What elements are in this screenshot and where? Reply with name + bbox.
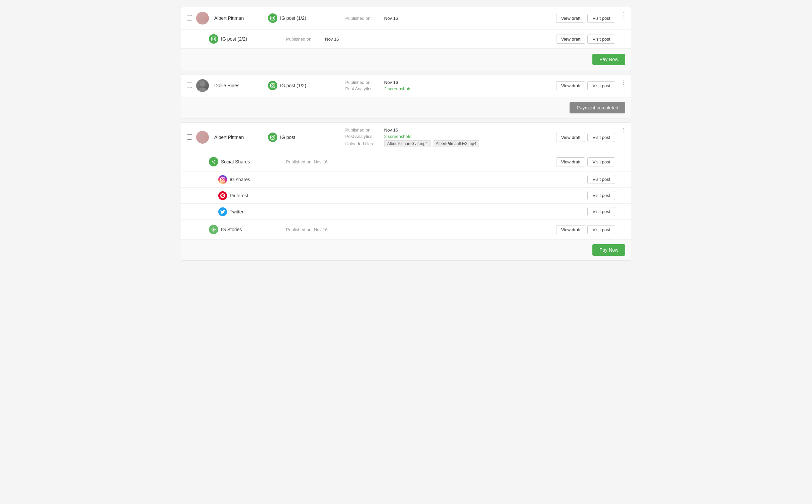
actions-col-pinterest: Visit post bbox=[587, 191, 615, 200]
user-name-albert-2: Albert Pittman bbox=[214, 135, 268, 140]
post-type-col-shares: Social Shares bbox=[209, 157, 283, 166]
meta-date-2: Nov 16 bbox=[325, 37, 339, 42]
file-tag-1[interactable]: AlbertPitmanIGv2.mp4 bbox=[384, 140, 431, 147]
post-type-col-dollie: IG post (1/2) bbox=[268, 81, 342, 90]
row-ig-post-1-2: Albert Pittman IG post (1/2) Published o… bbox=[181, 7, 631, 30]
more-options-icon-1[interactable]: ⋮ bbox=[621, 12, 627, 18]
post-label-2: IG post (2/2) bbox=[221, 36, 247, 42]
ig-post-icon-dollie bbox=[268, 81, 277, 90]
meta-col-shares: Published on: Nov 16 bbox=[283, 159, 556, 164]
post-label-1: IG post (1/2) bbox=[280, 15, 306, 21]
meta-files-albert-2: Uploaded files: AlbertPitmanIGv2.mp4 Alb… bbox=[345, 140, 556, 147]
svg-point-5 bbox=[198, 139, 207, 144]
more-options-icon-dollie[interactable]: ⋮ bbox=[621, 79, 627, 85]
visit-post-btn-ig-shares[interactable]: Visit post bbox=[587, 175, 615, 184]
view-draft-btn-stories[interactable]: View draft bbox=[556, 225, 586, 234]
view-draft-btn-albert-2[interactable]: View draft bbox=[556, 133, 586, 142]
pinterest-icon bbox=[218, 191, 227, 200]
visit-post-btn-stories[interactable]: Visit post bbox=[587, 225, 615, 234]
row-checkbox-dollie[interactable] bbox=[187, 83, 192, 88]
checkbox-col bbox=[187, 15, 196, 21]
card-albert-1: Albert Pittman IG post (1/2) Published o… bbox=[181, 7, 631, 70]
meta-published-shares-text: Published on: Nov 16 bbox=[286, 159, 328, 164]
user-name-albert-1: Albert Pittman bbox=[214, 15, 268, 21]
meta-published-stories-text: Published on: Nov 16 bbox=[286, 227, 328, 232]
avatar-albert-2 bbox=[196, 131, 209, 144]
checkbox-col-dollie bbox=[187, 83, 196, 89]
ig-shares-label: IG shares bbox=[230, 177, 587, 182]
user-name-dollie: Dollie Hines bbox=[214, 83, 268, 88]
row-social-shares: Social Shares Published on: Nov 16 View … bbox=[181, 152, 631, 171]
twitter-icon bbox=[218, 207, 227, 216]
meta-col-2: Published on: Nov 16 bbox=[283, 37, 556, 42]
meta-published-albert-2: Published on: Nov 16 bbox=[345, 128, 556, 133]
meta-published-stories: Published on: Nov 16 bbox=[286, 227, 556, 232]
pay-now-btn-2[interactable]: Pay Now bbox=[592, 244, 625, 256]
post-label-stories: IG Stories bbox=[221, 227, 242, 232]
card-footer-dollie: Payment completed bbox=[181, 97, 631, 118]
card-footer-albert-2: Pay Now bbox=[181, 239, 631, 260]
view-draft-btn-dollie[interactable]: View draft bbox=[556, 81, 586, 90]
view-draft-btn-2[interactable]: View draft bbox=[556, 35, 586, 44]
actions-col-twitter: Visit post bbox=[587, 207, 615, 216]
ig-post-icon-albert-2 bbox=[268, 133, 277, 142]
post-label-albert-2: IG post bbox=[280, 135, 295, 140]
row-ig-post-albert-2: Albert Pittman IG post Published on: Nov… bbox=[181, 123, 631, 152]
more-options-icon-albert-2[interactable]: ⋮ bbox=[621, 128, 627, 134]
row-ig-post-2-2: IG post (2/2) Published on: Nov 16 View … bbox=[181, 30, 631, 49]
row-checkbox-albert-1[interactable] bbox=[187, 15, 192, 20]
svg-point-6 bbox=[213, 229, 215, 231]
meta-date-1: Nov 16 bbox=[384, 16, 398, 21]
actions-col-dollie: View draft Visit post bbox=[556, 81, 615, 90]
meta-published-1: Published on: Nov 16 bbox=[345, 16, 556, 21]
row-checkbox-albert-2[interactable] bbox=[187, 134, 192, 140]
meta-analytics-albert-2: Post Analytics: 2 screenshots bbox=[345, 134, 556, 139]
visit-post-btn-1[interactable]: Visit post bbox=[587, 14, 615, 23]
card-albert-2: Albert Pittman IG post Published on: Nov… bbox=[181, 122, 631, 261]
ig-stories-icon bbox=[209, 225, 218, 234]
social-share-row-twitter: Twitter Visit post bbox=[181, 204, 631, 220]
meta-label-files-albert-2: Uploaded files: bbox=[345, 141, 382, 146]
analytics-link-albert-2[interactable]: 2 screenshots bbox=[384, 134, 411, 139]
meta-date-albert-2: Nov 16 bbox=[384, 128, 398, 133]
svg-point-2 bbox=[200, 81, 205, 87]
avatar-albert-1 bbox=[196, 12, 209, 24]
actions-col-ig-shares: Visit post bbox=[587, 175, 615, 184]
view-draft-btn-shares[interactable]: View draft bbox=[556, 157, 586, 166]
meta-date-dollie: Nov 16 bbox=[384, 80, 398, 85]
row-ig-post-dollie: Dollie Hines IG post (1/2) Published on:… bbox=[181, 74, 631, 97]
post-label-dollie: IG post (1/2) bbox=[280, 83, 306, 88]
twitter-label: Twitter bbox=[230, 209, 587, 214]
social-share-row-ig: IG shares Visit post bbox=[181, 171, 631, 188]
visit-post-btn-albert-2[interactable]: Visit post bbox=[587, 133, 615, 142]
visit-post-btn-shares[interactable]: Visit post bbox=[587, 157, 615, 166]
visit-post-btn-pinterest[interactable]: Visit post bbox=[587, 191, 615, 200]
visit-post-btn-2[interactable]: Visit post bbox=[587, 35, 615, 44]
analytics-link-dollie[interactable]: 2 screenshots bbox=[384, 86, 411, 91]
meta-label-analytics-albert-2: Post Analytics: bbox=[345, 134, 382, 139]
actions-col-1: View draft Visit post bbox=[556, 14, 615, 23]
visit-post-btn-dollie[interactable]: Visit post bbox=[587, 81, 615, 90]
actions-col-albert-2: View draft Visit post bbox=[556, 133, 615, 142]
meta-label-published-2: Published on: bbox=[286, 37, 323, 42]
visit-post-btn-twitter[interactable]: Visit post bbox=[587, 207, 615, 216]
svg-point-3 bbox=[198, 88, 207, 92]
meta-analytics-dollie: Post Analytics: 2 screenshots bbox=[345, 86, 556, 91]
post-type-col-2: IG post (2/2) bbox=[209, 34, 283, 44]
ig-shares-icon bbox=[218, 175, 227, 184]
svg-point-0 bbox=[200, 14, 205, 19]
post-type-col-stories: IG Stories bbox=[209, 225, 283, 234]
actions-col-shares: View draft Visit post bbox=[556, 157, 615, 166]
post-label-shares: Social Shares bbox=[221, 159, 250, 164]
meta-label-analytics-dollie: Post Analytics: bbox=[345, 86, 382, 91]
ig-post-icon-1 bbox=[268, 13, 277, 23]
row-ig-stories: IG Stories Published on: Nov 16 View dra… bbox=[181, 220, 631, 239]
meta-published-dollie: Published on: Nov 16 bbox=[345, 80, 556, 85]
pay-now-btn-1[interactable]: Pay Now bbox=[592, 54, 625, 65]
social-shares-icon bbox=[209, 157, 218, 166]
checkbox-col-albert-2 bbox=[187, 134, 196, 141]
file-tag-2[interactable]: AlbertPitmanIGv2.mp4 bbox=[433, 140, 480, 147]
view-draft-btn-1[interactable]: View draft bbox=[556, 14, 586, 23]
svg-point-1 bbox=[198, 20, 207, 24]
post-type-col-albert-2: IG post bbox=[268, 133, 342, 142]
